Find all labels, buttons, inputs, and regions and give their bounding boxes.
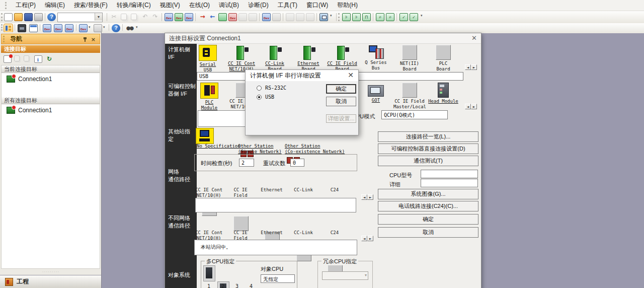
panel-close-icon[interactable]: × (91, 37, 96, 42)
ladder-check-1-icon[interactable]: ✓ (399, 13, 408, 21)
transfer-read-icon[interactable]: ← (208, 13, 217, 21)
refresh-icon[interactable] (45, 55, 53, 63)
menu-item-convert-compile[interactable]: 转换/编译(C) (112, 0, 155, 11)
scroll-left-icon[interactable]: ◄ (465, 64, 471, 70)
device-search-green-icon[interactable] (218, 13, 227, 21)
new-connection-icon[interactable] (4, 55, 12, 63)
dev-window-1-icon[interactable] (43, 24, 51, 32)
scroll-right-icon[interactable]: ► (471, 64, 477, 70)
copy-connection-icon[interactable] (14, 55, 20, 61)
monitor-1-icon[interactable] (238, 13, 247, 21)
modal-close-icon[interactable]: ✕ (348, 71, 354, 79)
transfer-setup-icon[interactable]: → (198, 13, 207, 21)
connection-route-list-button[interactable]: 连接路径一览(L)... (378, 131, 478, 142)
project-tab[interactable]: 工程 (0, 275, 101, 288)
menu-item-window[interactable]: 窗口(W) (302, 0, 333, 11)
dialog-ok-button[interactable]: 确定 (378, 214, 478, 225)
retry-field[interactable]: 0 (290, 159, 304, 167)
scroll-right-icon[interactable]: ► (471, 104, 477, 109)
ladder-read-icon[interactable]: ⊦ (342, 13, 351, 21)
property-icon[interactable] (34, 55, 42, 63)
toolbar-overflow-2-icon[interactable]: ▾ (421, 14, 423, 18)
print-icon[interactable] (34, 13, 43, 21)
device-find-dropdown-icon[interactable] (94, 24, 102, 32)
device-search-red-icon[interactable] (228, 13, 237, 21)
tool-c-icon[interactable] (306, 13, 314, 21)
target-cpu-field[interactable]: 无指定 (261, 274, 295, 283)
cross-reference-icon[interactable] (125, 24, 134, 32)
toolbar-overflow-icon[interactable]: ▾ (330, 14, 332, 18)
cpu-1-icon[interactable] (203, 265, 215, 281)
pc-if-serial-usb[interactable]: Serial USB (192, 45, 224, 73)
time-check-field[interactable]: 2 (239, 159, 254, 167)
scroll-left-icon[interactable]: ◄ (361, 194, 367, 200)
plc-if-head-module[interactable]: Head Module (427, 83, 459, 104)
dev-display-off-icon[interactable] (272, 13, 281, 21)
verify-with-plc-icon[interactable] (185, 13, 193, 21)
no-specification-icon[interactable] (196, 128, 214, 144)
modal-detail-setting-button[interactable]: 详细设置... (326, 114, 356, 123)
other-station-coexistence-link[interactable]: Other Station (Co-existence Network) (285, 143, 345, 155)
pc-if-net2-board[interactable]: NET(II) Board (393, 45, 426, 72)
system-image-button[interactable]: 系统图像(G)... (378, 189, 478, 199)
dev-display-icon[interactable] (262, 13, 271, 21)
dialog-close-icon[interactable]: ✕ (471, 35, 477, 42)
redundant-cpu-dropdown[interactable] (322, 271, 368, 280)
redo-icon[interactable]: ↷ (151, 13, 159, 21)
plc-if-got[interactable]: GOT (360, 83, 392, 103)
menu-item-help[interactable]: 帮助(H) (333, 0, 362, 11)
direct-connection-setting-button[interactable]: 可编程控制器直接连接设置(D) (378, 143, 478, 154)
modal-cancel-button[interactable]: 取消 (326, 97, 356, 106)
combobox-dropdown-icon[interactable]: ▼ (95, 13, 102, 21)
copy-icon[interactable] (121, 14, 127, 20)
dev-window-2-icon[interactable] (54, 24, 62, 32)
device-comment-icon[interactable] (18, 24, 26, 32)
menu-item-debug[interactable]: 调试(B) (214, 0, 244, 11)
menu-item-diagnostics[interactable]: 诊断(D) (244, 0, 273, 11)
project-view-icon[interactable] (4, 24, 13, 32)
ladder-write-icon[interactable]: ⊦ (352, 13, 361, 21)
monitor-2-icon[interactable] (249, 13, 257, 21)
pc-if-plc-board[interactable]: PLC Board (427, 45, 459, 72)
menu-item-online[interactable]: 在线(O) (185, 0, 214, 11)
undo-icon[interactable]: ↶ (141, 13, 149, 21)
paste-connection-icon[interactable] (24, 55, 29, 61)
tool-a-icon[interactable] (286, 13, 294, 21)
pc-if-ethernet-board[interactable]: Ethernet Board (292, 45, 325, 72)
pc-if-q-series-bus[interactable]: Q Series Bus (360, 45, 392, 71)
help-icon[interactable] (47, 13, 56, 21)
modal-ok-button[interactable]: 确定 (326, 84, 356, 94)
scroll-left-icon[interactable]: ◄ (465, 104, 471, 109)
current-connection-item[interactable]: Connection1 (7, 75, 52, 83)
paste-icon[interactable] (131, 14, 137, 20)
menu-item-edit[interactable]: 编辑(E) (40, 0, 69, 11)
plc-if-plc-module[interactable]: PLC Module (193, 83, 225, 111)
ladder-monitor-icon[interactable]: ⊓ (362, 13, 371, 21)
scroll-right-icon[interactable]: ► (367, 194, 373, 200)
new-file-icon[interactable] (4, 13, 13, 21)
help-circle-icon[interactable] (112, 24, 120, 32)
read-from-plc-icon[interactable] (175, 13, 183, 21)
menu-item-tools[interactable]: 工具(T) (273, 0, 302, 11)
no-specification-link[interactable]: No Specification (197, 143, 240, 149)
pc-if-cclink-board[interactable]: CC-Link Board (259, 45, 291, 72)
cut-icon[interactable]: ✂ (110, 13, 118, 21)
communication-test-button[interactable]: 通信测试(T) (378, 156, 478, 166)
usb-radio[interactable]: USB (257, 94, 274, 100)
dialog-cancel-button[interactable]: 取消 (378, 227, 478, 238)
menu-item-view[interactable]: 视图(V) (155, 0, 185, 11)
other-station-single-link[interactable]: Other Station (Single Network) (238, 143, 282, 155)
menu-item-project[interactable]: 工程(P) (11, 0, 40, 11)
dev-display-dropdown-icon[interactable] (79, 24, 88, 32)
dev-display-caret-icon[interactable]: ▾ (89, 25, 91, 29)
open-file-icon[interactable] (14, 13, 23, 21)
scroll-left-icon[interactable]: ◄ (361, 236, 367, 241)
function-combobox[interactable]: ▼ (57, 13, 103, 22)
write-to-plc-icon[interactable] (165, 13, 173, 21)
save-icon[interactable] (24, 13, 33, 21)
scroll-right-icon[interactable]: ► (367, 236, 373, 241)
remote-operation-icon[interactable] (319, 13, 328, 21)
panel-splitter[interactable] (1, 270, 100, 274)
pc-if-ccie-field-board[interactable]: CC IE Field Board (326, 45, 358, 72)
toolbar2-overflow-icon[interactable]: ▾ (136, 25, 138, 29)
